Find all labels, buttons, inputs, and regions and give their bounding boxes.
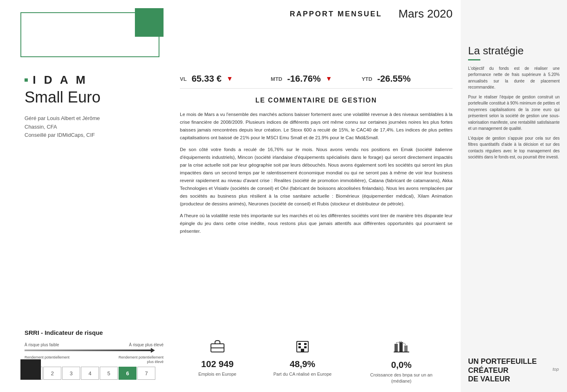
bnpa-label: Croissance des bnpa sur un an (médiane) (369, 372, 434, 384)
bottom-stat-ca: 48,9% Part du CA réalisé en Europe (273, 340, 332, 377)
emplois-value: 102 949 (201, 359, 234, 370)
portefeuille-line1: UN PORTEFEUILLE (468, 357, 560, 366)
commentary-p2: De son côté votre fonds a reculé de 16,7… (180, 146, 453, 208)
right-header (468, 8, 560, 41)
fund-manager: Géré par Louis Albert et Jérôme Chassin,… (25, 114, 164, 140)
strategie-text: L'objectif du fonds est de réaliser une … (468, 65, 560, 160)
svg-rect-3 (298, 343, 301, 345)
svg-rect-5 (298, 346, 301, 348)
commentary: LE COMMENTAIRE DE GESTION Le mois de Mar… (180, 89, 453, 235)
fund-name-block: I D A M Small Euro Géré par Louis Albert… (20, 65, 168, 148)
idam-dot (25, 78, 28, 82)
ytd-label: YTD (362, 76, 372, 82)
srri-box-5: 5 (100, 367, 118, 380)
strategie-title: La stratégie (468, 45, 560, 57)
svg-rect-6 (304, 346, 307, 348)
commentary-text: Le mois de Mars a vu l'ensemble des marc… (180, 111, 453, 235)
srri-block: SRRI - Indicateur de risque À risque plu… (20, 321, 168, 392)
manager-line3: Conseillé par IDMidCaps, CIF (25, 132, 95, 138)
commentary-p3: A l'heure où la volatilité reste très im… (180, 212, 453, 235)
manager-line2: Chassin, CFA (25, 124, 57, 130)
svg-rect-9 (399, 342, 403, 352)
mtd-arrow: ▼ (325, 75, 332, 82)
vl-label: VL (180, 76, 187, 82)
srri-label-right: À risque plus élevé (129, 343, 164, 347)
top-badge: top (553, 367, 559, 372)
bottom-stat-bnpa: 0,0% Croissance des bnpa sur un an (médi… (369, 340, 434, 384)
mtd-value: -16.76% (287, 74, 321, 84)
srri-boxes: 1234567 (25, 367, 164, 380)
svg-rect-7 (301, 349, 304, 352)
commentary-p1: Le mois de Mars a vu l'ensemble des marc… (180, 111, 453, 142)
stats-row: VL 65.33 € ▼ MTD -16.76% ▼ YTD -26.55% (180, 65, 453, 89)
ytd-stat: YTD -26.55% (362, 74, 453, 84)
srri-sub-right: Rendement potentiellement plus élevé (114, 355, 164, 364)
idam-text: I D A M (33, 74, 88, 87)
svg-rect-10 (404, 345, 408, 352)
strategie-section: La stratégie L'objectif du fonds est de … (468, 45, 560, 164)
fund-title: Small Euro (25, 89, 164, 106)
bottom-left-black-square (20, 359, 41, 380)
srri-box-3: 3 (62, 367, 80, 380)
srri-labels-top: À risque plus faible À risque plus élevé (25, 343, 164, 347)
right-panel: La stratégie L'objectif du fonds est de … (461, 0, 567, 392)
portefeuille-block: UN PORTEFEUILLE CRÉATEUR DE VALEUR (468, 351, 560, 384)
vl-value: 65.33 € (192, 74, 222, 84)
srri-arrow-row (25, 348, 164, 355)
left-panel: I D A M Small Euro Géré par Louis Albert… (20, 65, 168, 392)
srri-box-7: 7 (137, 367, 155, 380)
srri-scale: À risque plus faible À risque plus élevé… (25, 343, 164, 380)
logo-area (20, 12, 176, 61)
briefcase-icon (210, 340, 225, 356)
srri-title: SRRI - Indicateur de risque (25, 329, 164, 336)
header-date: Mars 2020 (399, 7, 453, 20)
bnpa-value: 0,0% (391, 360, 412, 370)
srri-label-left: À risque plus faible (25, 343, 59, 347)
ca-label: Part du CA réalisé en Europe (273, 371, 332, 377)
manager-line1: Géré par Louis Albert et Jérôme (25, 115, 100, 121)
srri-box-6: 6 (119, 367, 137, 380)
vl-stat: VL 65.33 € ▼ (180, 74, 271, 84)
svg-rect-8 (394, 344, 398, 352)
mtd-stat: MTD -16.76% ▼ (271, 74, 361, 84)
chart-icon (393, 340, 410, 356)
logo-green-square (135, 8, 164, 37)
commentary-title: LE COMMENTAIRE DE GESTION (180, 97, 453, 104)
building-icon (295, 340, 310, 356)
emplois-label: Emplois en Europe (198, 371, 236, 377)
vl-arrow: ▼ (226, 75, 233, 82)
rapport-title: RAPPORT MENSUEL (290, 10, 382, 18)
srri-arrow (25, 350, 152, 351)
header: RAPPORT MENSUEL Mars 2020 (290, 7, 453, 20)
svg-rect-4 (304, 343, 307, 345)
srri-box-4: 4 (81, 367, 99, 380)
ytd-value: -26.55% (377, 74, 411, 84)
bottom-stats: 102 949 Emplois en Europe 48,9% Part du … (180, 336, 453, 388)
srri-box-2: 2 (43, 367, 61, 380)
bottom-stat-emplois: 102 949 Emplois en Europe (198, 340, 236, 377)
portefeuille-line2: CRÉATEUR (468, 366, 560, 375)
mtd-label: MTD (271, 76, 282, 82)
idam-label: I D A M (25, 74, 164, 87)
portefeuille-line3: DE VALEUR (468, 375, 560, 384)
srri-sub-labels: Rendement potentiellement plus faible Re… (25, 355, 164, 364)
ca-value: 48,9% (290, 359, 315, 370)
